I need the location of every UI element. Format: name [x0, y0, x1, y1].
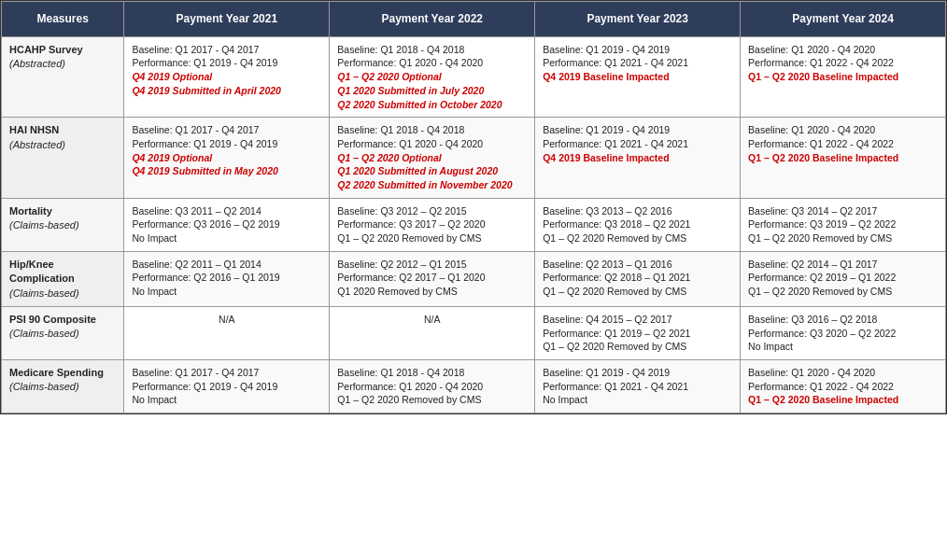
cell-row3-py2022: Baseline: Q2 2012 – Q1 2015Performance: … — [330, 251, 535, 306]
cell-text: Performance: Q1 2021 - Q4 2021 — [543, 138, 688, 149]
cell-text: Baseline: Q1 2018 - Q4 2018 — [337, 44, 464, 55]
cell-row2-py2024: Baseline: Q3 2014 – Q2 2017Performance: … — [741, 198, 946, 251]
cell-text: Baseline: Q1 2019 - Q4 2019 — [543, 124, 670, 135]
cell-text: Q4 2019 Submitted in April 2020 — [132, 85, 281, 96]
cell-text: N/A — [337, 313, 527, 327]
cell-text: Baseline: Q2 2014 – Q1 2017 — [748, 259, 877, 270]
header-row: Measures Payment Year 2021 Payment Year … — [2, 2, 946, 37]
cell-text: Performance: Q2 2017 – Q1 2020 — [337, 272, 485, 283]
cell-text: Performance: Q1 2019 – Q2 2021 — [543, 328, 690, 339]
cell-row5-py2022: Baseline: Q1 2018 - Q4 2018Performance: … — [330, 359, 535, 413]
cell-text: Baseline: Q3 2012 – Q2 2015 — [337, 205, 466, 217]
cell-text: No Impact — [543, 394, 587, 405]
cell-text: Q1 – Q2 2020 Removed by CMS — [543, 341, 686, 352]
table-row: PSI 90 Composite(Claims-based)N/AN/ABase… — [2, 306, 946, 359]
cell-row1-py2021: Baseline: Q1 2017 - Q4 2017Performance: … — [124, 118, 330, 198]
cell-row0-py2022: Baseline: Q1 2018 - Q4 2018Performance: … — [330, 36, 535, 117]
cell-text: Baseline: Q1 2018 - Q4 2018 — [337, 124, 464, 135]
table-row: HAI NHSN(Abstracted)Baseline: Q1 2017 - … — [2, 118, 946, 198]
cell-text: Q4 2019 Optional — [132, 152, 212, 163]
cell-row2-py2021: Baseline: Q3 2011 – Q2 2014Performance: … — [124, 198, 330, 251]
cell-text: Performance: Q1 2022 - Q4 2022 — [748, 57, 894, 68]
cell-text: Baseline: Q1 2020 - Q4 2020 — [748, 44, 875, 55]
cell-text: Performance: Q3 2019 – Q2 2022 — [748, 218, 896, 230]
cell-text: Q1 – Q2 2020 Removed by CMS — [543, 286, 686, 297]
cell-text: No Impact — [132, 394, 177, 405]
cell-text: No Impact — [132, 232, 177, 244]
cell-row2-py2022: Baseline: Q3 2012 – Q2 2015Performance: … — [330, 198, 535, 251]
cell-text: Performance: Q3 2020 – Q2 2022 — [748, 328, 896, 339]
table-row: Mortality(Claims-based)Baseline: Q3 2011… — [2, 198, 946, 251]
cell-text: Performance: Q3 2018 – Q2 2021 — [543, 218, 690, 230]
cell-text: Performance: Q1 2020 - Q4 2020 — [337, 138, 483, 149]
measure-cell: Medicare Spending(Claims-based) — [2, 359, 124, 413]
cell-row1-py2022: Baseline: Q1 2018 - Q4 2018Performance: … — [330, 118, 535, 198]
col-py2021: Payment Year 2021 — [124, 2, 330, 37]
cell-text: Performance: Q1 2019 - Q4 2019 — [132, 57, 277, 68]
cell-text: Baseline: Q1 2019 - Q4 2019 — [543, 44, 670, 55]
measure-cell: PSI 90 Composite(Claims-based) — [2, 306, 124, 359]
main-table-wrapper: Measures Payment Year 2021 Payment Year … — [0, 0, 947, 414]
cell-text: Baseline: Q1 2020 - Q4 2020 — [748, 124, 875, 135]
cell-text: N/A — [132, 313, 321, 327]
cell-text: Q1 2020 Removed by CMS — [337, 286, 457, 297]
cell-row0-py2021: Baseline: Q1 2017 - Q4 2017Performance: … — [124, 36, 330, 117]
table-row: Hip/Knee Complication(Claims-based)Basel… — [2, 251, 946, 306]
cell-text: Performance: Q2 2018 – Q1 2021 — [543, 272, 690, 283]
cell-text: Performance: Q1 2019 - Q4 2019 — [132, 381, 277, 392]
cell-text: Q4 2019 Optional — [132, 71, 212, 82]
cell-text: Baseline: Q3 2011 – Q2 2014 — [132, 205, 261, 217]
cell-text: Q2 2020 Submitted in November 2020 — [337, 179, 512, 190]
cell-text: Performance: Q1 2022 - Q4 2022 — [748, 381, 894, 392]
measure-name: HAI NHSN — [9, 124, 59, 135]
cell-row5-py2024: Baseline: Q1 2020 - Q4 2020Performance: … — [741, 359, 946, 413]
cell-text: Baseline: Q1 2017 - Q4 2017 — [132, 367, 259, 378]
col-py2023: Payment Year 2023 — [535, 2, 741, 37]
cell-text: Baseline: Q4 2015 – Q2 2017 — [543, 314, 671, 325]
cell-text: Performance: Q1 2019 - Q4 2019 — [132, 138, 277, 149]
cell-text: Q4 2019 Baseline Impacted — [543, 152, 669, 163]
cell-text: Q1 – Q2 2020 Removed by CMS — [337, 394, 481, 405]
measure-sub: (Abstracted) — [9, 139, 65, 150]
cell-text: Performance: Q3 2016 – Q2 2019 — [132, 218, 279, 230]
measure-name: Mortality — [9, 205, 52, 217]
cell-text: Q1 – Q2 2020 Removed by CMS — [748, 286, 892, 297]
measure-sub: (Abstracted) — [9, 58, 65, 69]
cell-row0-py2024: Baseline: Q1 2020 - Q4 2020Performance: … — [741, 36, 946, 117]
col-py2024: Payment Year 2024 — [741, 2, 946, 37]
payment-year-table: Measures Payment Year 2021 Payment Year … — [1, 1, 946, 413]
cell-row1-py2024: Baseline: Q1 2020 - Q4 2020Performance: … — [741, 118, 946, 198]
measure-cell: HCAHP Survey(Abstracted) — [2, 36, 124, 117]
measure-name: PSI 90 Composite — [9, 314, 96, 325]
cell-row3-py2021: Baseline: Q2 2011 – Q1 2014Performance: … — [124, 251, 330, 306]
measure-cell: Mortality(Claims-based) — [2, 198, 124, 251]
cell-row5-py2023: Baseline: Q1 2019 - Q4 2019Performance: … — [535, 359, 741, 413]
cell-row0-py2023: Baseline: Q1 2019 - Q4 2019Performance: … — [535, 36, 741, 117]
cell-text: Baseline: Q1 2019 - Q4 2019 — [543, 367, 670, 378]
cell-text: Q4 2019 Submitted in May 2020 — [132, 165, 277, 176]
cell-text: Q1 – Q2 2020 Optional — [337, 71, 441, 82]
measure-name: Hip/Knee Complication — [9, 259, 75, 284]
cell-text: Q1 – Q2 2020 Removed by CMS — [337, 232, 481, 244]
measure-sub: (Claims-based) — [9, 219, 79, 231]
cell-text: Baseline: Q1 2020 - Q4 2020 — [748, 367, 875, 378]
cell-text: Baseline: Q1 2018 - Q4 2018 — [337, 367, 464, 378]
cell-text: Baseline: Q3 2013 – Q2 2016 — [543, 205, 671, 217]
col-py2022: Payment Year 2022 — [330, 2, 535, 37]
cell-text: Performance: Q1 2021 - Q4 2021 — [543, 57, 688, 68]
cell-text: No Impact — [132, 286, 177, 297]
cell-text: Performance: Q2 2019 – Q1 2022 — [748, 272, 896, 283]
cell-row4-py2021: N/A — [124, 306, 330, 359]
cell-text: Baseline: Q3 2016 – Q2 2018 — [748, 314, 877, 325]
table-row: HCAHP Survey(Abstracted)Baseline: Q1 201… — [2, 36, 946, 117]
cell-text: Performance: Q2 2016 – Q1 2019 — [132, 272, 279, 283]
measure-sub: (Claims-based) — [9, 328, 79, 339]
cell-row5-py2021: Baseline: Q1 2017 - Q4 2017Performance: … — [124, 359, 330, 413]
cell-text: Q1 – Q2 2020 Removed by CMS — [748, 232, 892, 244]
cell-row4-py2022: N/A — [330, 306, 535, 359]
cell-row3-py2023: Baseline: Q2 2013 – Q1 2016Performance: … — [535, 251, 741, 306]
cell-text: Baseline: Q3 2014 – Q2 2017 — [748, 205, 877, 217]
cell-text: Baseline: Q1 2017 - Q4 2017 — [132, 124, 259, 135]
cell-text: Performance: Q1 2020 - Q4 2020 — [337, 381, 483, 392]
cell-text: Q1 – Q2 2020 Optional — [337, 152, 441, 163]
